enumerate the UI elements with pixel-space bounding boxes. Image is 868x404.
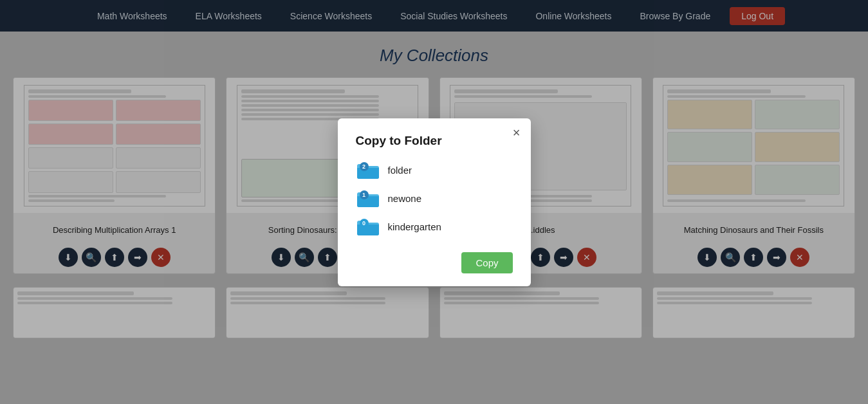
modal-close-button[interactable]: × [513, 126, 521, 139]
copy-button[interactable]: Copy [461, 252, 512, 273]
folder-list: 2 folder 1 newone [356, 161, 513, 237]
folder-badge-2: 0 [360, 219, 369, 228]
folder-icon-2: 0 [356, 217, 380, 237]
folder-icon-0: 2 [356, 161, 380, 180]
folder-item-2[interactable]: 0 kindergarten [356, 217, 513, 237]
folder-name-0: folder [388, 165, 412, 176]
folder-badge-0: 2 [360, 162, 369, 171]
modal-title: Copy to Folder [356, 134, 513, 148]
folder-name-2: kindergarten [388, 221, 441, 232]
folder-icon-1: 1 [356, 189, 380, 208]
modal-overlay[interactable]: × Copy to Folder 2 folder [0, 0, 868, 404]
folder-badge-1: 1 [360, 190, 369, 199]
folder-item-0[interactable]: 2 folder [356, 161, 513, 180]
copy-to-folder-modal: × Copy to Folder 2 folder [338, 118, 531, 286]
folder-item-1[interactable]: 1 newone [356, 189, 513, 208]
modal-footer: Copy [356, 252, 513, 273]
folder-name-1: newone [388, 193, 422, 204]
